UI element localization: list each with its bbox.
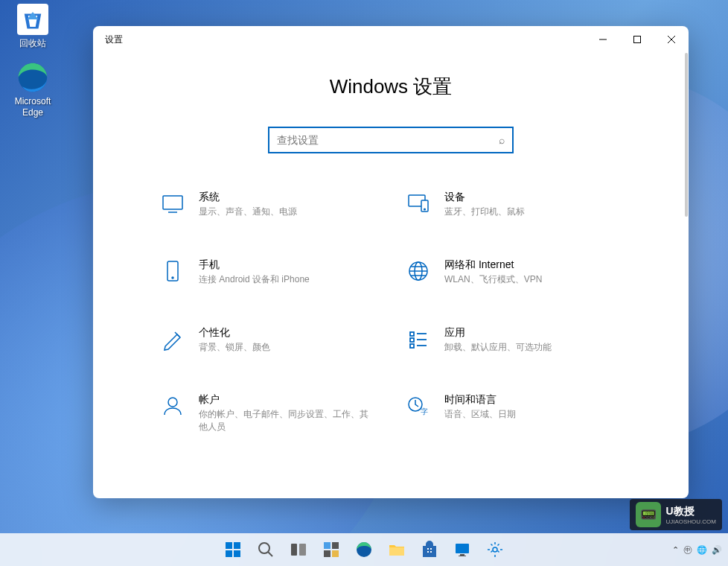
network-icon	[406, 258, 431, 284]
settings-system[interactable]: 系统 显示、声音、通知、电源	[160, 191, 376, 218]
settings-network[interactable]: 网络和 Internet WLAN、飞行模式、VPN	[406, 258, 622, 286]
svg-rect-37	[324, 550, 331, 557]
edge-taskbar[interactable]	[349, 535, 379, 565]
setting-desc: 语音、区域、日期	[444, 408, 622, 421]
svg-rect-2	[634, 36, 641, 43]
tray-network-icon[interactable]: 🌐	[697, 545, 707, 555]
close-button[interactable]	[654, 28, 689, 51]
edge-icon	[17, 62, 48, 93]
setting-desc: 你的帐户、电子邮件、同步设置、工作、其他人员	[199, 408, 376, 433]
watermark: 📟 U教授 UJIAOSHOU.COM	[630, 499, 722, 530]
tray-ime-icon[interactable]: ㊥	[683, 544, 692, 556]
system-icon	[160, 191, 185, 216]
recycle-bin-icon	[17, 4, 48, 35]
svg-text:字: 字	[421, 407, 428, 416]
setting-title: 应用	[444, 326, 622, 340]
setting-title: 时间和语言	[444, 393, 622, 407]
setting-title: 手机	[199, 258, 376, 272]
task-view-button[interactable]	[284, 535, 313, 565]
store-taskbar[interactable]	[415, 535, 444, 565]
svg-rect-28	[234, 542, 240, 549]
widgets-button[interactable]	[316, 535, 346, 565]
watermark-text: U教授	[665, 505, 716, 518]
settings-taskbar[interactable]	[480, 535, 510, 565]
watermark-url: UJIAOSHOU.COM	[665, 518, 716, 525]
minimize-button[interactable]	[586, 28, 620, 51]
explorer-taskbar[interactable]	[382, 535, 412, 565]
svg-line-32	[268, 552, 272, 556]
edge-browser[interactable]: Microsoft Edge	[7, 62, 58, 118]
personalization-icon	[160, 326, 185, 352]
settings-window: 设置 Windows 设置 ⌕ 系统 显示、声音、通知、电源	[93, 26, 689, 498]
setting-desc: 卸载、默认应用、可选功能	[444, 341, 622, 354]
svg-rect-35	[324, 542, 331, 549]
setting-desc: WLAN、飞行模式、VPN	[444, 273, 622, 286]
svg-point-9	[424, 209, 426, 210]
search-icon: ⌕	[499, 134, 505, 146]
maximize-button[interactable]	[620, 28, 654, 51]
svg-rect-30	[234, 550, 240, 557]
svg-rect-34	[299, 544, 306, 556]
search-button[interactable]	[251, 535, 281, 565]
settings-phone[interactable]: 手机 连接 Android 设备和 iPhone	[160, 258, 376, 286]
setting-desc: 背景、锁屏、颜色	[199, 341, 376, 354]
setting-desc: 蓝牙、打印机、鼠标	[444, 206, 622, 218]
svg-rect-36	[332, 542, 339, 549]
settings-grid: 系统 显示、声音、通知、电源 设备 蓝牙、打印机、鼠标 手机 连接 Androi…	[160, 191, 622, 433]
search-input[interactable]	[277, 134, 499, 146]
edge-label: Microsoft Edge	[7, 96, 58, 118]
settings-accounts[interactable]: 帐户 你的帐户、电子邮件、同步设置、工作、其他人员	[160, 393, 376, 433]
svg-point-24	[168, 398, 177, 407]
svg-rect-40	[389, 547, 404, 556]
start-button[interactable]	[218, 535, 248, 565]
taskbar-center	[218, 535, 510, 565]
setting-title: 系统	[199, 191, 376, 204]
settings-apps[interactable]: 应用 卸载、默认应用、可选功能	[406, 326, 622, 354]
time-icon: 字	[406, 393, 431, 419]
setting-title: 设备	[444, 191, 622, 204]
search-box[interactable]: ⌕	[268, 127, 514, 153]
svg-rect-42	[456, 544, 469, 553]
setting-title: 网络和 Internet	[444, 258, 622, 272]
svg-rect-29	[226, 550, 232, 557]
window-title: 设置	[105, 34, 586, 46]
svg-point-11	[172, 277, 173, 279]
settings-personalization[interactable]: 个性化 背景、锁屏、颜色	[160, 326, 376, 354]
svg-rect-41	[423, 546, 436, 557]
accounts-icon	[160, 393, 185, 419]
settings-devices[interactable]: 设备 蓝牙、打印机、鼠标	[406, 191, 622, 218]
settings-body: Windows 设置 ⌕ 系统 显示、声音、通知、电源 设备 蓝牙、打印机、鼠标	[93, 53, 689, 498]
tray-chevron-icon[interactable]: ⌃	[672, 545, 679, 555]
recycle-bin-label: 回收站	[7, 38, 58, 48]
tray-volume-icon[interactable]: 🔊	[712, 545, 722, 555]
setting-desc: 显示、声音、通知、电源	[199, 206, 376, 218]
window-titlebar[interactable]: 设置	[93, 26, 689, 53]
system-tray[interactable]: ⌃ ㊥ 🌐 🔊	[672, 544, 722, 556]
desktop-icons-area: 回收站 Microsoft Edge	[7, 4, 58, 131]
window-controls	[586, 28, 689, 51]
svg-point-45	[493, 547, 497, 552]
svg-rect-18	[410, 332, 414, 336]
svg-rect-20	[410, 344, 414, 348]
watermark-badge-icon: 📟	[636, 502, 661, 527]
svg-rect-43	[460, 554, 464, 556]
svg-rect-27	[226, 542, 232, 549]
svg-rect-44	[459, 556, 466, 556]
svg-rect-19	[410, 338, 414, 342]
setting-title: 个性化	[199, 326, 376, 340]
apps-icon	[406, 326, 431, 352]
page-title: Windows 设置	[330, 74, 453, 100]
monitor-taskbar[interactable]	[447, 535, 477, 565]
devices-icon	[406, 191, 431, 216]
svg-rect-38	[332, 550, 339, 557]
svg-rect-5	[163, 196, 182, 209]
recycle-bin[interactable]: 回收站	[7, 4, 58, 48]
taskbar[interactable]: ⌃ ㊥ 🌐 🔊	[0, 533, 728, 566]
setting-title: 帐户	[199, 393, 376, 407]
settings-time[interactable]: 字 时间和语言 语音、区域、日期	[406, 393, 622, 433]
svg-rect-33	[291, 544, 297, 556]
svg-point-31	[259, 543, 269, 553]
setting-desc: 连接 Android 设备和 iPhone	[199, 273, 376, 286]
phone-icon	[160, 258, 185, 284]
